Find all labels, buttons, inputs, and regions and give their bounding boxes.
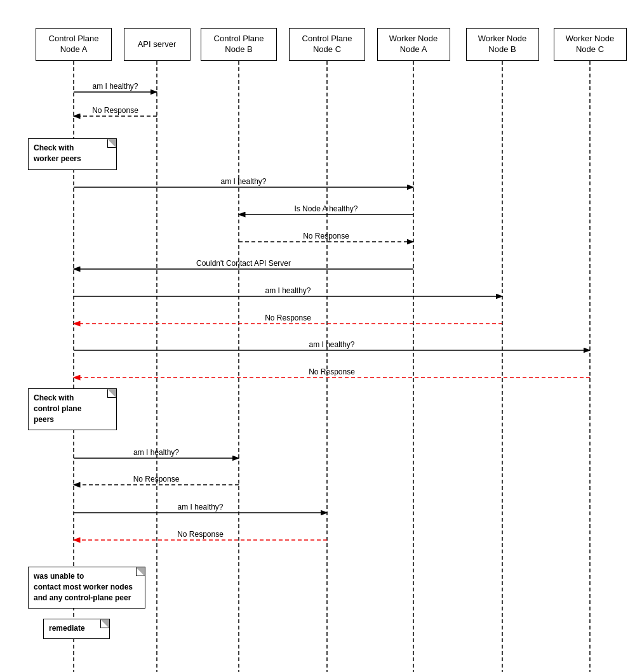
svg-text:am I healthy?: am I healthy? — [92, 82, 138, 91]
svg-text:Is Node A healthy?: Is Node A healthy? — [294, 204, 358, 213]
note-note3: was unable tocontact most worker nodesan… — [28, 567, 145, 609]
note-note4: remediate — [43, 619, 110, 639]
svg-text:am I healthy?: am I healthy? — [309, 340, 354, 349]
actor-cpA: Control PlaneNode A — [36, 28, 112, 61]
actor-api: API server — [124, 28, 190, 61]
actor-wnC: Worker NodeNode C — [554, 28, 627, 61]
actor-wnB: Worker NodeNode B — [466, 28, 539, 61]
actor-cpB: Control PlaneNode B — [201, 28, 277, 61]
svg-text:Couldn't Contact API Server: Couldn't Contact API Server — [196, 259, 291, 268]
svg-text:No Response: No Response — [133, 475, 180, 484]
svg-text:am I healthy?: am I healthy? — [265, 286, 311, 295]
svg-text:am I healthy?: am I healthy? — [177, 503, 223, 511]
svg-text:No Response: No Response — [265, 313, 311, 322]
note-note1: Check withworker peers — [28, 138, 117, 170]
svg-text:No Response: No Response — [303, 232, 349, 240]
sequence-diagram: am I healthy?No Responseam I healthy?Is … — [0, 0, 635, 672]
actor-wnA: Worker NodeNode A — [377, 28, 450, 61]
actor-cpC: Control PlaneNode C — [289, 28, 365, 61]
svg-text:am I healthy?: am I healthy? — [220, 177, 266, 186]
svg-text:No Response: No Response — [177, 530, 224, 539]
note-note2: Check withcontrol planepeers — [28, 388, 117, 430]
svg-text:No Response: No Response — [309, 367, 355, 376]
svg-text:No Response: No Response — [92, 106, 138, 115]
svg-text:am I healthy?: am I healthy? — [133, 448, 179, 457]
